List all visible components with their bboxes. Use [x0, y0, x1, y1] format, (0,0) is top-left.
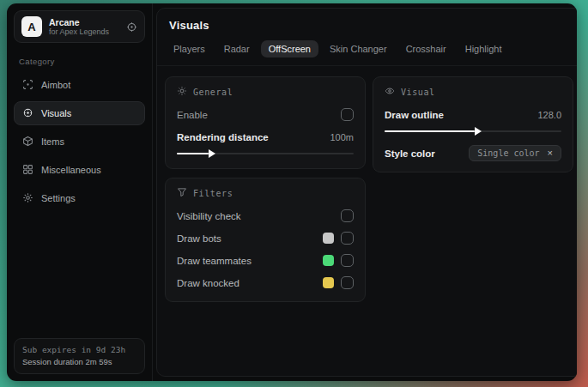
rendering-distance-label: Rendering distance	[177, 132, 269, 142]
eye-icon	[385, 86, 395, 98]
tab-bar: Players Radar OffScreen Skin Changer Cro…	[157, 32, 577, 66]
funnel-icon	[177, 187, 187, 199]
draw-outline-label: Draw outline	[385, 110, 444, 120]
slider-fill	[385, 130, 475, 132]
tab-players[interactable]: Players	[166, 40, 213, 57]
tab-skin-changer[interactable]: Skin Changer	[322, 40, 395, 57]
draw-bots-label: Draw bots	[177, 233, 221, 244]
panel-title: Filters	[193, 189, 233, 198]
style-color-select[interactable]: Single color ×	[469, 145, 561, 161]
sidebar-item-miscellaneous[interactable]: Miscellaneous	[14, 158, 145, 182]
general-panel: General Enable Rendering distance 100m	[165, 76, 366, 169]
visual-panel: Visual Draw outline 128.0 Style color	[373, 76, 573, 172]
grid-icon	[22, 164, 33, 177]
draw-knocked-row: Draw knocked	[177, 274, 354, 292]
rendering-distance-value: 100m	[330, 132, 354, 142]
sidebar-item-items[interactable]: Items	[14, 130, 145, 154]
main-area: Visuals Players Radar OffScreen Skin Cha…	[153, 3, 577, 381]
draw-knocked-label: Draw knocked	[177, 278, 239, 288]
enable-checkbox[interactable]	[341, 108, 354, 121]
panel-title: Visual	[401, 88, 435, 97]
draw-outline-row: Draw outline 128.0	[385, 106, 561, 124]
app-name: Arcane	[49, 17, 119, 27]
page-title: Visuals	[169, 19, 569, 32]
sidebar-item-label: Aimbot	[41, 80, 70, 90]
visibility-check-label: Visibility check	[177, 211, 241, 221]
panel-title: General	[193, 88, 233, 97]
session-duration-text: Session duration 2m 59s	[22, 356, 136, 368]
draw-bots-checkbox[interactable]	[341, 232, 354, 245]
draw-teammates-color-swatch[interactable]	[323, 255, 334, 266]
target-icon[interactable]	[126, 21, 137, 33]
main-panel: Visuals Players Radar OffScreen Skin Cha…	[156, 8, 577, 377]
tab-highlight[interactable]: Highlight	[458, 40, 510, 57]
sidebar: A Arcane for Apex Legends Category	[7, 3, 153, 381]
sidebar-item-label: Visuals	[41, 108, 71, 118]
draw-teammates-row: Draw teammates	[177, 251, 354, 269]
draw-bots-row: Draw bots	[177, 229, 354, 247]
sidebar-item-settings[interactable]: Settings	[14, 186, 145, 210]
eye-target-icon	[22, 107, 33, 120]
sidebar-item-label: Items	[41, 136, 64, 147]
style-color-label: Style color	[385, 148, 435, 159]
enable-label: Enable	[177, 110, 208, 120]
draw-bots-color-swatch[interactable]	[323, 233, 334, 244]
sidebar-item-visuals[interactable]: Visuals	[14, 101, 145, 125]
app-subtitle: for Apex Legends	[49, 27, 119, 36]
slider-fill	[177, 153, 209, 154]
app-logo: A	[21, 16, 42, 37]
rendering-distance-slider[interactable]	[177, 148, 354, 159]
filters-panel: Filters Visibility check Draw bots	[165, 178, 366, 302]
enable-row: Enable	[177, 106, 354, 124]
tab-crosshair[interactable]: Crosshair	[398, 40, 454, 57]
box-icon	[22, 136, 33, 148]
brand-card: A Arcane for Apex Legends	[14, 10, 145, 43]
sidebar-item-aimbot[interactable]: Aimbot	[14, 73, 145, 97]
visibility-check-row: Visibility check	[177, 207, 354, 225]
sidebar-item-label: Settings	[41, 193, 76, 203]
sub-expires-text: Sub expires in 9d 23h	[22, 344, 136, 356]
clear-icon[interactable]: ×	[548, 148, 553, 158]
style-color-row: Style color Single color ×	[385, 144, 561, 162]
tab-radar[interactable]: Radar	[216, 40, 258, 57]
draw-outline-value: 128.0	[537, 110, 561, 120]
gear-icon	[22, 192, 33, 205]
rendering-distance-row: Rendering distance 100m	[177, 128, 354, 146]
sidebar-item-label: Miscellaneous	[41, 165, 101, 175]
category-label: Category	[19, 57, 140, 66]
draw-knocked-color-swatch[interactable]	[323, 277, 334, 288]
draw-knocked-checkbox[interactable]	[341, 276, 354, 289]
subscription-info: Sub expires in 9d 23h Session duration 2…	[14, 338, 145, 375]
sun-icon	[177, 86, 187, 98]
draw-outline-slider[interactable]	[385, 126, 561, 136]
crosshair-icon	[22, 79, 33, 92]
tab-offscreen[interactable]: OffScreen	[261, 40, 318, 57]
draw-teammates-checkbox[interactable]	[341, 254, 354, 267]
visibility-check-checkbox[interactable]	[341, 209, 354, 222]
app-window: A Arcane for Apex Legends Category	[7, 3, 577, 381]
style-color-value: Single color	[477, 148, 539, 158]
draw-teammates-label: Draw teammates	[177, 256, 252, 266]
sidebar-nav: Aimbot Visuals Items	[14, 73, 145, 210]
